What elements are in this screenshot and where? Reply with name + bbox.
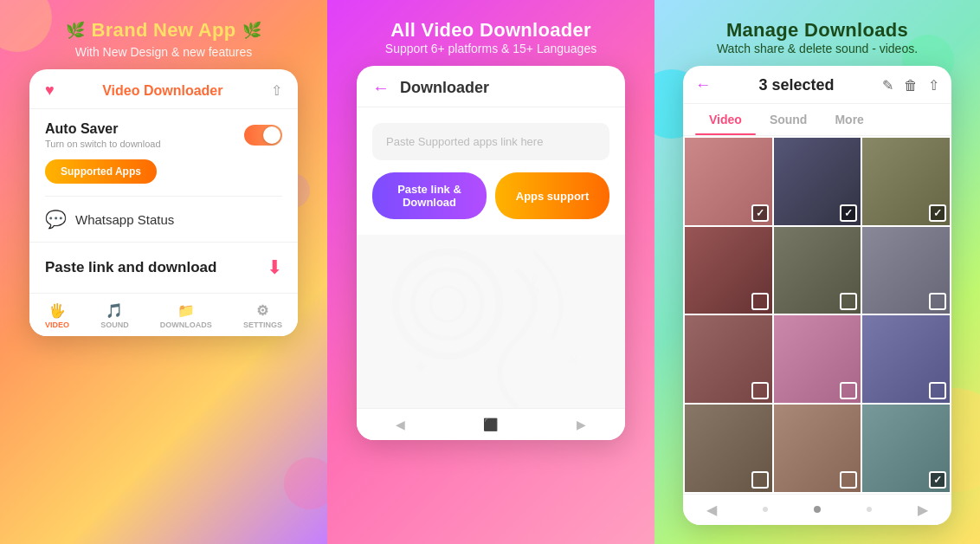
checkbox-11[interactable]: [840, 471, 857, 489]
photo-cell-6[interactable]: [862, 227, 950, 314]
nav-video-icon: 🖐: [48, 302, 66, 319]
photo-cell-7[interactable]: [685, 315, 772, 403]
card3-nav-next[interactable]: ▶: [918, 502, 928, 518]
url-placeholder-text: Paste Supported apps link here: [386, 135, 543, 148]
heart-icon: ♥: [45, 81, 55, 100]
nav-sound[interactable]: 🎵 SOUND: [100, 302, 129, 329]
panel2-title: All Video Downloader: [385, 19, 596, 42]
auto-saver-sub: Turn on switch to download: [45, 139, 161, 149]
photo-cell-5[interactable]: [774, 227, 861, 314]
checkbox-7[interactable]: [751, 382, 769, 399]
card2-header: ← Downloader: [357, 66, 625, 107]
panel2-subtitle: Support 6+ platforms & 15+ Languages: [385, 42, 596, 55]
apps-support-button[interactable]: Apps support: [495, 172, 609, 219]
card3-bottom-nav: ◀ ▶: [683, 494, 951, 525]
auto-saver-row: Auto Saver Turn on switch to download: [29, 109, 298, 152]
nav-sound-label: SOUND: [100, 321, 129, 329]
checkbox-5[interactable]: [840, 293, 857, 310]
checkbox-3[interactable]: [929, 204, 946, 222]
photo-cell-9[interactable]: [862, 315, 950, 403]
checkbox-8[interactable]: [840, 382, 857, 399]
photo-cell-2[interactable]: [774, 138, 861, 225]
panel1-title: Brand New App: [92, 19, 236, 42]
panel1-badge-text: Brand New App: [92, 19, 236, 41]
card2-body: 𝄞 ✦ ×: [357, 235, 625, 408]
auto-saver-toggle[interactable]: [244, 125, 282, 146]
nav-dot-2: [814, 506, 821, 513]
tab-sound[interactable]: Sound: [756, 104, 822, 135]
card3-nav-prev[interactable]: ◀: [706, 502, 717, 518]
nav-settings-icon: ⚙: [256, 302, 268, 319]
checkbox-1[interactable]: [751, 204, 769, 222]
panel3-title: Manage Downloads: [717, 19, 918, 42]
photo-cell-1[interactable]: [685, 138, 772, 225]
delete-icon[interactable]: 🗑: [904, 78, 918, 94]
panel1-subtitle: With New Design & new features: [66, 45, 262, 59]
svg-text:×: ×: [569, 351, 578, 368]
nav-settings[interactable]: ⚙ SETTINGS: [243, 302, 282, 329]
panel3-subtitle: Watch share & delete sound - videos.: [717, 42, 918, 55]
card2-title: Downloader: [400, 79, 489, 97]
card2-footer: ◀ ⬛ ▶: [357, 408, 625, 440]
paste-link-text: Paste link and download: [45, 259, 216, 276]
share-icon[interactable]: ⇧: [928, 77, 939, 94]
card3-header: ← 3 selected ✎ 🗑 ⇧: [683, 66, 951, 104]
nav-video[interactable]: 🖐 VIDEO: [45, 302, 69, 329]
auto-saver-text: Auto Saver Turn on switch to download: [45, 121, 161, 149]
svg-text:✦: ✦: [413, 356, 429, 378]
checkbox-6[interactable]: [929, 293, 946, 310]
whatsapp-label: Whatsapp Status: [75, 212, 174, 227]
app-title: Video Downloader: [102, 83, 222, 99]
whatsapp-icon: 💬: [45, 209, 67, 230]
nav-dot-1: [763, 507, 768, 512]
share-icon[interactable]: ⇧: [271, 82, 282, 99]
paste-download-button[interactable]: Paste link & Download: [372, 172, 487, 219]
supported-apps-btn[interactable]: Supported Apps: [29, 152, 298, 196]
photo-cell-8[interactable]: [774, 315, 861, 403]
checkbox-9[interactable]: [929, 382, 946, 399]
phone-card-1: ♥ Video Downloader ⇧ Auto Saver Turn on …: [29, 69, 298, 336]
nav-downloads[interactable]: 📁 DOWNLOADS: [160, 302, 212, 329]
paste-link-row[interactable]: Paste link and download ⬇: [29, 243, 298, 293]
back-arrow-icon[interactable]: ←: [372, 78, 390, 98]
nav-dot-3: [867, 507, 872, 512]
bottom-nav: 🖐 VIDEO 🎵 SOUND 📁 DOWNLOADS ⚙ SETTINGS: [29, 293, 298, 336]
photo-cell-12[interactable]: [862, 405, 950, 492]
nav-downloads-label: DOWNLOADS: [160, 321, 212, 329]
url-input[interactable]: Paste Supported apps link here: [372, 123, 609, 160]
leaf-right-icon: 🌿: [242, 21, 261, 40]
checkbox-4[interactable]: [751, 293, 769, 310]
photo-cell-3[interactable]: [862, 138, 950, 225]
phone-card-2: ← Downloader Paste Supported apps link h…: [357, 66, 625, 440]
card2-home-btn[interactable]: ⬛: [483, 418, 498, 431]
panel-all-video-downloader: All Video Downloader Support 6+ platform…: [327, 0, 654, 544]
card3-tabs: Video Sound More: [683, 104, 951, 136]
whatsapp-row[interactable]: 💬 Whatsapp Status: [29, 197, 298, 243]
checkbox-12[interactable]: [929, 471, 946, 489]
auto-saver-label: Auto Saver: [45, 121, 161, 137]
download-icon: ⬇: [267, 256, 282, 279]
photo-cell-10[interactable]: [685, 405, 772, 492]
action-buttons: Paste link & Download Apps support: [357, 172, 625, 235]
panel3-header: Manage Downloads Watch share & delete so…: [700, 0, 935, 66]
checkbox-10[interactable]: [751, 471, 769, 489]
tab-more[interactable]: More: [821, 104, 877, 135]
panel-manage-downloads: Manage Downloads Watch share & delete so…: [654, 0, 980, 544]
photo-cell-11[interactable]: [774, 405, 861, 492]
card2-prev-btn[interactable]: ◀: [396, 418, 405, 431]
nav-settings-label: SETTINGS: [243, 321, 282, 329]
photo-cell-4[interactable]: [685, 227, 772, 314]
tab-video[interactable]: Video: [695, 104, 756, 135]
panel-brand-new-app: 🌿 Brand New App 🌿 With New Design & new …: [0, 0, 327, 544]
svg-point-1: [413, 269, 482, 339]
nav-sound-icon: 🎵: [106, 302, 123, 319]
card2-next-btn[interactable]: ▶: [577, 418, 586, 431]
svg-point-2: [430, 287, 465, 321]
supported-apps-label: Supported Apps: [45, 159, 157, 184]
panel1-header: 🌿 Brand New App 🌿 With New Design & new …: [48, 0, 280, 69]
app-title-accent: Downloader: [144, 83, 223, 98]
card3-back-icon[interactable]: ←: [695, 76, 711, 94]
edit-icon[interactable]: ✎: [882, 77, 893, 94]
checkbox-2[interactable]: [840, 204, 857, 222]
photo-grid: [683, 136, 951, 494]
